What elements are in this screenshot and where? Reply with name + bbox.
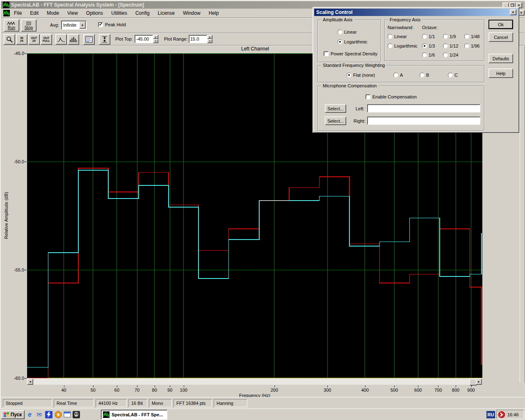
x-tick-mark <box>274 386 275 387</box>
left-compensation-input[interactable] <box>367 104 480 112</box>
octave-1-9-radio[interactable]: 1/9 <box>443 34 456 39</box>
dark-app-icon[interactable] <box>72 410 80 419</box>
amplitude-linear-radio[interactable]: Linear <box>338 30 357 34</box>
octave-label: Octave: <box>422 25 438 30</box>
menu-config[interactable]: Config <box>131 9 154 17</box>
plot-hscrollbar[interactable]: ◄ ► <box>27 379 482 385</box>
weighting-b-radio[interactable]: B <box>420 73 429 78</box>
amplitude-logarithmic-radio[interactable]: Logarithmic <box>338 39 368 44</box>
weighting-a-radio[interactable]: A <box>393 73 403 78</box>
radio-circle <box>448 73 453 78</box>
octave-1-6-radio[interactable]: 1/6 <box>422 52 435 57</box>
avg-combobox[interactable]: Infinite ▼ <box>61 21 87 30</box>
menu-file[interactable]: File <box>10 9 26 17</box>
x-tick-label: 90 <box>167 388 172 393</box>
start-button[interactable]: Пуск <box>1 410 25 419</box>
enable-compensation-checkbox[interactable]: Enable Compensation <box>365 94 417 99</box>
plot-range-spinner[interactable]: ▲ ▼ <box>207 35 212 43</box>
mail-icon[interactable]: ✉ <box>35 410 43 419</box>
menu-utilities[interactable]: Utilities <box>107 9 131 17</box>
octave-1-3-radio[interactable]: 1/3 <box>422 43 435 48</box>
select-right-button[interactable]: Select... <box>325 116 346 125</box>
defaults-button[interactable]: Defaults <box>488 54 513 63</box>
stop-button[interactable]: Stop <box>21 19 37 32</box>
zoom-tool-button[interactable] <box>4 34 15 45</box>
run-button[interactable]: Run <box>4 19 19 32</box>
taskbar-spectralab-button[interactable]: SpectraLAB - FFT Spe... <box>101 410 167 420</box>
x-tick-mark <box>471 386 472 387</box>
menu-mode[interactable]: Mode <box>43 9 63 17</box>
x-tick-label: 40 <box>61 388 66 393</box>
scroll-left-arrow[interactable]: ◄ <box>27 379 33 385</box>
child-window-icon[interactable] <box>3 10 10 16</box>
x-tick-mark <box>64 386 64 387</box>
octave-1-48-radio[interactable]: 1/48 <box>464 34 479 39</box>
media-player-icon[interactable] <box>54 410 62 419</box>
menu-license[interactable]: License <box>154 9 179 17</box>
tray-app-icon[interactable] <box>498 411 505 418</box>
weighting-c-radio[interactable]: C <box>448 73 458 78</box>
avg-dropdown-arrow[interactable]: ▼ <box>79 21 86 29</box>
internet-explorer-icon[interactable]: e <box>25 410 34 419</box>
plot-top-spinner[interactable]: ▲ ▼ <box>153 35 158 43</box>
narrowband-logarithmic-radio[interactable]: Logarithmic <box>388 43 418 48</box>
menu-options[interactable]: Options <box>82 9 107 17</box>
radio-circle <box>393 73 398 78</box>
help-button[interactable]: Help <box>488 68 513 78</box>
y-tick-label: -50.0 <box>14 159 24 164</box>
dialog-close-icon[interactable]: × <box>510 9 516 15</box>
radio-circle <box>443 34 448 39</box>
x-tick-label: 900 <box>467 388 475 393</box>
y-tick-mark <box>25 270 27 270</box>
autoscale-button[interactable] <box>99 34 110 45</box>
frequency-weighting-group: Standard Frequency Weighting Flat (none)… <box>317 65 484 82</box>
language-indicator[interactable]: RU <box>486 411 495 418</box>
right-compensation-input[interactable] <box>367 116 480 125</box>
octave-1-12-radio[interactable]: 1/12 <box>443 43 458 48</box>
radio-circle <box>338 30 342 34</box>
lightning-app-icon[interactable] <box>44 410 53 419</box>
menu-help[interactable]: Help <box>205 9 223 17</box>
x-tick-mark <box>137 386 137 387</box>
y-tick-label: -55.0 <box>14 267 24 272</box>
radio-circle <box>464 43 469 48</box>
menu-edit[interactable]: Edit <box>26 9 43 17</box>
menu-view[interactable]: View <box>63 9 82 17</box>
status-sample-rate: 44100 Hz <box>96 399 127 407</box>
peak-hold-checkbox[interactable]: Peak Hold <box>98 22 126 27</box>
amplitude-axis-group: Amplitude Axis Linear Logarithmic Power … <box>317 20 381 62</box>
octave-1-96-radio[interactable]: 1/96 <box>464 43 479 48</box>
octave-1-24-radio[interactable]: 1/24 <box>443 52 458 57</box>
avg-label: Avg: <box>50 23 59 27</box>
bar-view-button[interactable] <box>68 34 79 45</box>
show-desktop-icon[interactable] <box>63 410 71 419</box>
spectrum-view-button[interactable] <box>55 34 67 45</box>
display-options-button[interactable] <box>83 34 95 45</box>
magnifier-icon <box>6 36 13 43</box>
radio-circle <box>388 34 393 39</box>
status-run-state: Stopped <box>3 399 52 407</box>
select-left-button[interactable]: Select... <box>325 104 346 113</box>
power-spectral-density-checkbox[interactable]: Power Spectral Density <box>324 51 377 56</box>
zoom-in-2x-button[interactable]: IN2X <box>16 34 27 45</box>
zoom-out-full-button[interactable]: OUTFULL <box>41 34 52 45</box>
radio-circle <box>422 34 427 39</box>
x-tick-mark <box>155 386 155 387</box>
clock: 16:46 <box>507 412 519 417</box>
plot-top-input[interactable]: -45.00 <box>135 35 153 43</box>
menu-window[interactable]: Window <box>179 9 205 17</box>
plot-range-input[interactable]: 15.0 <box>189 35 207 43</box>
y-tick-mark <box>25 53 27 54</box>
octave-1-1-radio[interactable]: 1/1 <box>422 34 435 39</box>
spin-down-icon: ▼ <box>207 39 212 43</box>
plot-top-label: Plot Top: <box>115 37 133 41</box>
weighting-flat-radio[interactable]: Flat (none) <box>347 73 375 78</box>
narrowband-linear-radio[interactable]: Linear <box>388 34 407 39</box>
zoom-out-2x-button[interactable]: OUT2X <box>28 34 40 45</box>
plot-range-label: Plot Range: <box>164 37 187 41</box>
ok-button[interactable]: Ok <box>488 20 513 29</box>
cancel-button[interactable]: Cancel <box>488 32 513 42</box>
x-tick-mark <box>394 386 395 387</box>
dialog-title-bar[interactable]: Scaling Control × <box>314 9 518 16</box>
scroll-right-arrow[interactable]: ► <box>476 379 482 385</box>
